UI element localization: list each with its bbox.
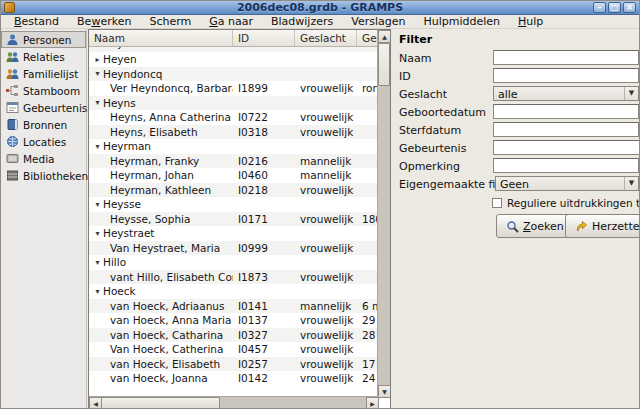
horizontal-scroll-thumb[interactable] (101, 397, 220, 409)
geslacht-dropdown[interactable]: alle▼ (493, 86, 639, 101)
eigengemaakte-filters-dropdown[interactable]: Geen▼ (495, 176, 639, 191)
person-name: Heyns, Elisabeth (89, 126, 233, 138)
vertical-scrollbar[interactable]: ▲ ▼ (377, 30, 390, 398)
sidebar-item-personen[interactable]: Personen (1, 31, 86, 48)
sidebar-item-label: Familielijst (23, 68, 78, 80)
menu-bladwijzers[interactable]: Bladwijzers (262, 15, 342, 28)
person-row[interactable]: Van Hoeck, CatherinaI0457vrouwelijk (89, 342, 378, 357)
person-row[interactable]: vant Hillo, Elisabeth CorneliI1873vrouwe… (89, 270, 378, 285)
sources-icon (6, 118, 19, 131)
group-name: Heyndoncq (102, 68, 233, 80)
scroll-up-button[interactable]: ▲ (378, 30, 391, 43)
zoeken-button[interactable]: Zoeken (496, 214, 574, 238)
gebeurtenis-input[interactable] (493, 140, 640, 155)
person-id: I0318 (233, 126, 295, 138)
column-header-id[interactable]: ID (233, 30, 295, 46)
sidebar-item-label: Stamboom (23, 85, 80, 97)
minimize-button[interactable]: – (593, 2, 606, 13)
id-input[interactable] (493, 68, 639, 83)
menu-bewerken[interactable]: Bewerken (68, 15, 140, 28)
person-row[interactable]: Heyrman, KathleenI0218vrouwelijk (89, 183, 378, 198)
sidebar-item-stamboom[interactable]: Stamboom (1, 82, 86, 99)
surname-group-row[interactable]: ▾Heyns (89, 96, 378, 111)
chevron-down-icon: ▼ (624, 87, 638, 100)
herzetten-button[interactable]: Herzetten (565, 214, 640, 238)
person-id: I0457 (233, 343, 295, 355)
person-gender: vrouwelijk (295, 126, 357, 138)
vertical-scroll-thumb[interactable] (378, 43, 390, 86)
filter-panel: Filter NaamIDGeslachtalle▼GeboortedatumS… (392, 29, 640, 409)
surname-group-row[interactable]: ▾Hillo (89, 255, 378, 270)
person-row[interactable]: Heyns, Anna CatherinaI0722vrouwelijk (89, 110, 378, 125)
column-header-geb[interactable]: Geb (357, 30, 378, 46)
person-row[interactable]: Heysse, SophiaI0171vrouwelijk180 (89, 212, 378, 227)
sidebar-item-bibliotheken[interactable]: Bibliotheken (1, 167, 86, 184)
group-name: Hillo (102, 256, 233, 268)
surname-group-row[interactable]: ▾Heystraet (89, 226, 378, 241)
filter-label-sterfdatum: Sterfdatum (399, 124, 461, 137)
expander-open-icon[interactable]: ▾ (93, 69, 102, 78)
sidebar-item-gebeurtenissen[interactable]: Gebeurtenissen (1, 99, 86, 116)
maximize-button[interactable]: □ (608, 2, 621, 13)
person-id: I0218 (233, 184, 295, 196)
person-birthdate: ron (357, 82, 378, 94)
sidebar-item-media[interactable]: Media (1, 150, 86, 167)
sidebar-item-relaties[interactable]: Relaties (1, 48, 86, 65)
person-name: van Hoeck, Joanna (89, 372, 233, 384)
person-birthdate: 24 (357, 372, 378, 384)
person-name: vant Hillo, Elisabeth Corneli (89, 271, 233, 283)
filter-buttons-row: ZoekenHerzetten (399, 214, 633, 240)
sidebar-item-bronnen[interactable]: Bronnen (1, 116, 86, 133)
person-row[interactable]: van Hoeck, Anna MariaI0137vrouwelijk29 (89, 313, 378, 328)
sidebar-item-locaties[interactable]: Locaties (1, 133, 86, 150)
surname-group-row[interactable]: ▾Heysse (89, 197, 378, 212)
expander-open-icon[interactable]: ▾ (93, 229, 102, 238)
expander-open-icon[interactable]: ▾ (93, 287, 102, 296)
person-name: Heysse, Sophia (89, 213, 233, 225)
person-gender: mannelijk (295, 155, 357, 167)
expander-open-icon[interactable]: ▾ (93, 98, 102, 107)
expander-open-icon[interactable]: ▾ (93, 142, 102, 151)
person-gender: vrouwelijk (295, 372, 357, 384)
menu-hulp[interactable]: Hulp (509, 15, 552, 28)
title-bar[interactable]: 2006dec08.grdb - GRAMPS –□× (1, 1, 639, 15)
sidebar-item-familielijst[interactable]: Familielijst (1, 65, 86, 82)
surname-group-row[interactable]: ▾Hoeck (89, 284, 378, 299)
menu-verslagen[interactable]: Verslagen (342, 15, 414, 28)
column-header-naam[interactable]: Naam (89, 30, 233, 46)
menu-ga-naar[interactable]: Ga naar (200, 15, 262, 28)
person-row[interactable]: van Hoeck, AdriaanusI0141mannelijk6 m (89, 299, 378, 314)
person-row[interactable]: Heyrman, JohanI0460mannelijk (89, 168, 378, 183)
expander-open-icon[interactable]: ▾ (93, 200, 102, 209)
close-button[interactable]: × (623, 2, 636, 13)
person-row[interactable]: van Hoeck, JoannaI0142vrouwelijk24 (89, 371, 378, 386)
person-row[interactable]: Ver Heyndoncq, BarbaraI1899vrouwelijkron (89, 81, 378, 96)
person-row[interactable]: van Hoeck, CatharinaI0327vrouwelijk28 (89, 328, 378, 343)
menu-hulpmiddelen[interactable]: Hulpmiddelen (414, 15, 509, 28)
window-title: 2006dec08.grdb - GRAMPS (1, 1, 639, 14)
opmerking-input[interactable] (493, 158, 639, 173)
menu-bestand[interactable]: Bestand (5, 15, 68, 28)
horizontal-scrollbar[interactable]: ◀ ▶ (89, 396, 379, 409)
person-row[interactable]: Van Heystraet, MariaI0999vrouwelijk (89, 241, 378, 256)
surname-group-row[interactable]: ▾Heyndoncq (89, 67, 378, 82)
geboortedatum-input[interactable] (493, 104, 639, 119)
surname-group-row[interactable]: ▸Heyen (89, 52, 378, 67)
surname-group-row[interactable]: ▾Heyrman (89, 139, 378, 154)
scroll-right-button[interactable]: ▶ (366, 397, 379, 409)
search-icon (506, 220, 519, 233)
regex-checkbox[interactable] (492, 198, 502, 208)
person-gender: vrouwelijk (295, 184, 357, 196)
sterfdatum-input[interactable] (493, 122, 639, 137)
expander-open-icon[interactable]: ▾ (93, 258, 102, 267)
person-row[interactable]: Heyrman, FrankyI0216mannelijk (89, 154, 378, 169)
scroll-down-button[interactable]: ▼ (378, 385, 391, 398)
person-row[interactable]: van Hoeck, ElisabethI0257vrouwelijk17 (89, 357, 378, 372)
menu-scherm[interactable]: Scherm (140, 15, 200, 28)
person-name: Van Heystraet, Maria (89, 242, 233, 254)
person-row[interactable]: Heyns, ElisabethI0318vrouwelijk (89, 125, 378, 140)
expander-closed-icon[interactable]: ▸ (93, 55, 102, 64)
column-header-geslacht[interactable]: Geslacht (295, 30, 357, 46)
person-id: I0142 (233, 372, 295, 384)
naam-input[interactable] (493, 50, 639, 65)
